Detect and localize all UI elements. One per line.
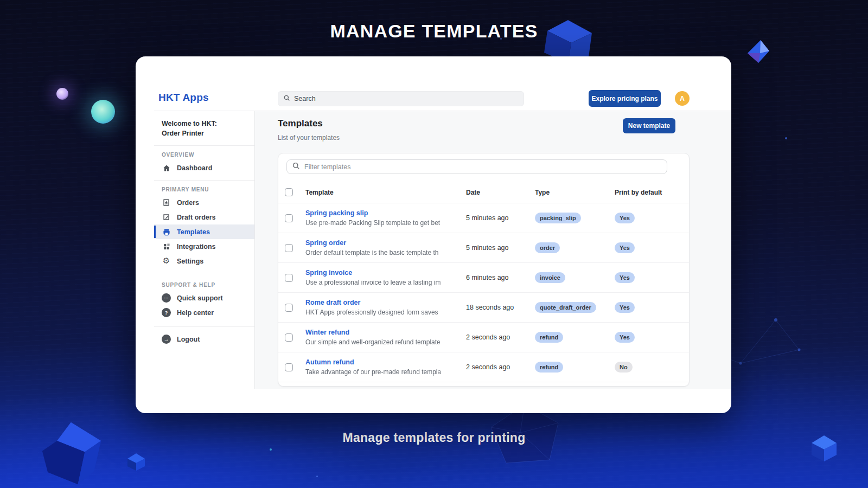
- search-input[interactable]: [294, 95, 519, 102]
- page-background: MANAGE TEMPLATES Manage templates for pr…: [0, 0, 868, 488]
- template-link[interactable]: Winter refund: [305, 329, 466, 336]
- orders-icon: [162, 198, 171, 207]
- sidebar-item-logout[interactable]: → Logout: [154, 332, 254, 346]
- col-print-by-default: Print by default: [615, 189, 689, 196]
- home-icon: [162, 164, 171, 172]
- table-row: Spring order Order default template is t…: [278, 233, 689, 263]
- print-badge: Yes: [615, 213, 635, 223]
- arrow-right-icon: →: [162, 335, 171, 344]
- template-link[interactable]: Autumn refund: [305, 358, 466, 366]
- section-label-support-help: SUPPORT & HELP: [154, 276, 254, 291]
- sidebar-item-label: Quick support: [177, 294, 223, 302]
- global-search[interactable]: [278, 91, 524, 106]
- sidebar-item-help-center[interactable]: ? Help center: [154, 305, 254, 320]
- type-badge: packing_slip: [535, 213, 581, 223]
- filter-input[interactable]: [304, 163, 662, 171]
- col-date: Date: [466, 189, 535, 196]
- cyan-orb-decor: [91, 100, 115, 124]
- template-description: HKT Apps professionally designed form sa…: [305, 309, 458, 316]
- new-template-button[interactable]: New template: [623, 118, 675, 133]
- polyhedron-bottomleft-decor: [33, 419, 114, 488]
- template-description: Use a professional invoice to leave a la…: [305, 279, 458, 286]
- template-description: Use pre-made Packing Slip template to ge…: [305, 219, 458, 227]
- type-badge: quote_draft_order: [535, 302, 596, 313]
- table-row: Spring packing slip Use pre-made Packing…: [278, 203, 689, 233]
- page-title: MANAGE TEMPLATES: [0, 21, 868, 42]
- template-link[interactable]: Spring packing slip: [305, 209, 466, 217]
- explore-pricing-button[interactable]: Explore pricing plans: [589, 90, 661, 107]
- sidebar-item-settings[interactable]: ⚙ Settings: [154, 254, 254, 268]
- sidebar-item-label: Draft orders: [177, 214, 216, 221]
- sidebar-item-orders[interactable]: Orders: [154, 195, 254, 210]
- app-logo[interactable]: HKT Apps: [158, 92, 209, 104]
- print-badge: Yes: [615, 242, 635, 253]
- table-header: Template Date Type Print by default: [278, 182, 689, 203]
- draft-orders-icon: [162, 213, 171, 221]
- printer-icon: [162, 228, 171, 236]
- col-template: Template: [305, 189, 466, 196]
- templates-panel: Template Date Type Print by default Spri…: [278, 153, 690, 387]
- template-link[interactable]: Spring order: [305, 239, 466, 247]
- sidebar-item-label: Templates: [177, 228, 210, 236]
- print-badge: Yes: [615, 302, 635, 313]
- main-content: Templates List of your templates New tem…: [255, 111, 731, 389]
- search-icon: [283, 94, 290, 104]
- logout-block: → Logout: [154, 326, 254, 346]
- row-checkbox[interactable]: [285, 214, 293, 222]
- table-body: Spring packing slip Use pre-made Packing…: [278, 203, 689, 382]
- chat-icon: ···: [162, 293, 171, 303]
- filter-templates[interactable]: [286, 159, 667, 174]
- table-row: Autumn refund Take advantage of our pre-…: [278, 352, 689, 382]
- row-date: 5 minutes ago: [466, 214, 535, 222]
- type-badge: refund: [535, 332, 563, 343]
- sidebar: Welcome to HKT: Order Printer OVERVIEW D…: [154, 111, 255, 389]
- sidebar-item-integrations[interactable]: Integrations: [154, 239, 254, 254]
- row-date: 5 minutes ago: [466, 244, 535, 252]
- type-badge: refund: [535, 362, 563, 373]
- print-badge: Yes: [615, 272, 635, 283]
- template-description: Order default template is the basic temp…: [305, 249, 458, 256]
- row-checkbox[interactable]: [285, 304, 293, 312]
- col-type: Type: [535, 189, 615, 196]
- section-label-overview: OVERVIEW: [154, 146, 254, 160]
- gem-topright-decor: [744, 39, 770, 65]
- template-description: Take advantage of our pre-made refund te…: [305, 368, 458, 376]
- type-badge: order: [535, 242, 560, 253]
- sidebar-item-label: Logout: [177, 336, 200, 343]
- row-checkbox[interactable]: [285, 274, 293, 282]
- app-card: HKT Apps Explore pricing plans A Welcome…: [136, 56, 731, 413]
- search-icon: [292, 162, 300, 172]
- sidebar-item-draft-orders[interactable]: Draft orders: [154, 210, 254, 224]
- purple-orb-decor: [56, 88, 68, 100]
- page-caption: Manage templates for printing: [0, 431, 868, 445]
- dot-decor: [270, 448, 272, 451]
- main-subtitle: List of your templates: [278, 134, 340, 142]
- row-date: 18 seconds ago: [466, 304, 535, 311]
- template-link[interactable]: Spring invoice: [305, 269, 466, 277]
- sidebar-item-templates[interactable]: Templates: [154, 224, 254, 239]
- row-checkbox[interactable]: [285, 244, 293, 252]
- template-link[interactable]: Rome draft order: [305, 299, 466, 306]
- row-date: 2 seconds ago: [466, 333, 535, 341]
- table-row: Spring invoice Use a professional invoic…: [278, 263, 689, 293]
- avatar[interactable]: A: [675, 91, 690, 106]
- select-all-checkbox[interactable]: [285, 188, 293, 196]
- main-title: Templates: [278, 118, 323, 129]
- row-date: 2 seconds ago: [466, 363, 535, 371]
- row-checkbox[interactable]: [285, 333, 293, 342]
- app-header: HKT Apps Explore pricing plans A: [154, 86, 731, 111]
- row-checkbox[interactable]: [285, 363, 293, 371]
- sidebar-item-label: Dashboard: [177, 164, 212, 172]
- question-icon: ?: [162, 308, 171, 317]
- template-description: Our simple and well-organized refund tem…: [305, 338, 458, 346]
- dot-decor: [785, 137, 787, 139]
- welcome-text: Welcome to HKT: Order Printer: [154, 111, 254, 145]
- sidebar-item-dashboard[interactable]: Dashboard: [154, 160, 254, 175]
- sidebar-item-quick-support[interactable]: ··· Quick support: [154, 291, 254, 305]
- sidebar-item-label: Settings: [177, 258, 203, 265]
- sidebar-item-label: Help center: [177, 309, 214, 317]
- integrations-icon: [162, 243, 171, 251]
- cube-bottom-decor: [126, 452, 146, 472]
- sidebar-item-label: Orders: [177, 199, 199, 207]
- table-row: Winter refund Our simple and well-organi…: [278, 323, 689, 352]
